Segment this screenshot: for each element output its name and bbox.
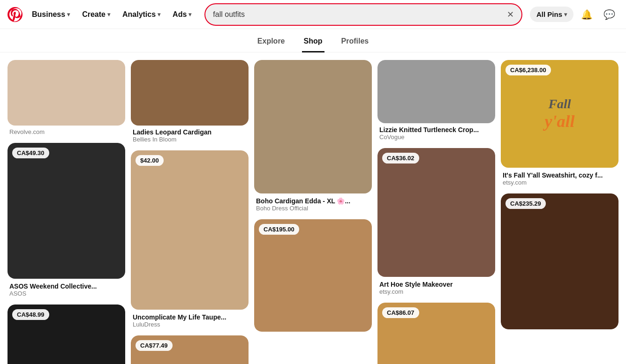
main-nav: Business ▾ Create ▾ Analytics ▾ Ads ▾	[26, 7, 197, 22]
chevron-down-icon: ▾	[107, 11, 110, 18]
price-badge: CA$77.49	[136, 340, 173, 351]
price-badge: CA$86.07	[382, 307, 419, 318]
pin-source: Boho Dress Official	[256, 205, 370, 212]
search-input[interactable]	[213, 10, 503, 19]
pin-title: Ladies Leopard Cardigan	[133, 128, 247, 136]
pin-card[interactable]: Ladies Leopard Cardigan Bellies In Bloom	[131, 60, 249, 145]
clear-icon[interactable]: ✕	[507, 9, 514, 20]
tab-explore[interactable]: Explore	[256, 31, 287, 52]
pinterest-logo[interactable]	[8, 7, 23, 22]
price-badge: CA$49.30	[12, 148, 49, 158]
price-badge: CA$195.00	[259, 224, 299, 235]
pin-source: ASOS	[9, 290, 123, 297]
pin-card[interactable]: CA$48.99	[8, 305, 125, 364]
pin-title: Art Hoe Style Makeover	[379, 281, 493, 288]
header: Business ▾ Create ▾ Analytics ▾ Ads ▾ ✕ …	[0, 0, 626, 29]
pin-card[interactable]: CA$86.07	[377, 303, 495, 364]
chevron-down-icon: ▾	[158, 11, 160, 18]
tab-profiles[interactable]: Profiles	[339, 31, 371, 52]
pin-source: etsy.com	[503, 179, 617, 186]
pins-col-1: Ladies Leopard Cardigan Bellies In Bloom…	[131, 60, 249, 364]
pin-card[interactable]: $42.00 Uncomplicate My Life Taupe... Lul…	[131, 150, 249, 330]
pin-source: Bellies In Bloom	[133, 136, 247, 143]
chevron-down-icon: ▾	[564, 11, 567, 18]
pin-title: Lizzie Knitted Turtleneck Crop...	[379, 126, 493, 134]
pin-title: Uncomplicate My Life Taupe...	[133, 313, 247, 321]
pins-col-0: Revolve.com CA$49.30 ASOS Weekend Collec…	[8, 60, 125, 364]
pins-col-3: Lizzie Knitted Turtleneck Crop... CoVogu…	[377, 60, 495, 364]
pin-card[interactable]: CA$235.29	[501, 193, 618, 329]
pin-source: etsy.com	[379, 288, 493, 295]
pins-col-4: CA$6,238.00 Fally'all It's Fall Y'all Sw…	[501, 60, 618, 329]
pin-card[interactable]: Revolve.com	[8, 60, 125, 137]
pin-card[interactable]: Lizzie Knitted Turtleneck Crop... CoVogu…	[377, 60, 495, 142]
price-badge: $42.00	[136, 155, 164, 166]
chevron-down-icon: ▾	[189, 11, 191, 18]
chevron-down-icon: ▾	[67, 11, 70, 18]
pin-title: Boho Cardigan Edda - XL 🌸...	[256, 197, 370, 205]
pins-grid: Revolve.com CA$49.30 ASOS Weekend Collec…	[8, 60, 618, 364]
pin-card[interactable]: Boho Cardigan Edda - XL 🌸... Boho Dress …	[254, 60, 372, 214]
pin-title: ASOS Weekend Collective...	[9, 282, 123, 290]
pin-source: LuluDress	[133, 321, 247, 328]
pin-card[interactable]: CA$36.02 Art Hoe Style Makeover etsy.com	[377, 148, 495, 297]
price-badge: CA$235.29	[505, 198, 546, 209]
all-pins-dropdown[interactable]: All Pins ▾	[530, 7, 573, 22]
price-badge: CA$6,238.00	[505, 65, 551, 75]
pin-card[interactable]: CA$195.00	[254, 219, 372, 332]
pin-card[interactable]: CA$49.30 ASOS Weekend Collective... ASOS	[8, 143, 125, 299]
tab-shop[interactable]: Shop	[302, 31, 324, 52]
nav-create[interactable]: Create ▾	[76, 7, 116, 22]
nav-business[interactable]: Business ▾	[26, 7, 75, 22]
search-bar: ✕	[204, 3, 522, 26]
pin-source: Revolve.com	[9, 128, 123, 135]
pin-title: It's Fall Y'all Sweatshirt, cozy f...	[503, 171, 617, 179]
tabs-bar: Explore Shop Profiles	[0, 29, 626, 52]
nav-ads[interactable]: Ads ▾	[167, 7, 197, 22]
pin-source: CoVogue	[379, 134, 493, 141]
notifications-button[interactable]: 🔔	[577, 5, 596, 24]
price-badge: CA$48.99	[12, 309, 49, 320]
pins-col-2: Boho Cardigan Edda - XL 🌸... Boho Dress …	[254, 60, 372, 332]
pin-card[interactable]: CA$77.49	[131, 335, 249, 364]
price-badge: CA$36.02	[382, 153, 419, 163]
nav-analytics[interactable]: Analytics ▾	[117, 7, 166, 22]
pin-card[interactable]: CA$6,238.00 Fally'all It's Fall Y'all Sw…	[501, 60, 618, 188]
pins-content: Revolve.com CA$49.30 ASOS Weekend Collec…	[0, 52, 626, 364]
messages-button[interactable]: 💬	[600, 5, 618, 24]
